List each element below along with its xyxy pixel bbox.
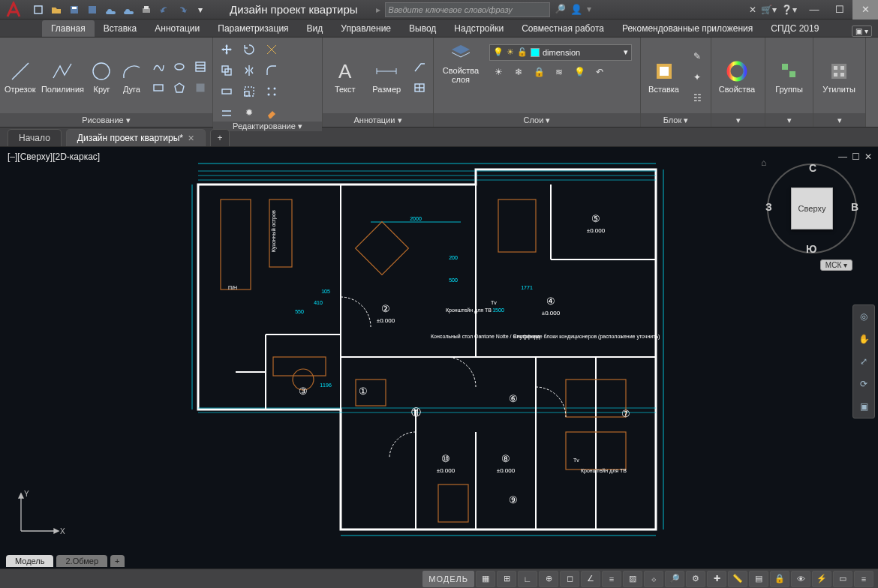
tool-groups[interactable]: Группы xyxy=(770,59,808,94)
isolate-icon[interactable]: 👁 xyxy=(791,571,810,587)
tool-circle[interactable]: Круг xyxy=(89,59,113,94)
tool-insert-block[interactable]: Вставка xyxy=(645,59,682,94)
panel-annot-title[interactable]: Аннотации ▾ xyxy=(323,113,433,127)
otrack-icon[interactable]: ∠ xyxy=(581,571,600,587)
lineweight-icon[interactable]: ≡ xyxy=(602,571,621,587)
layer-iso-icon[interactable]: ☀ xyxy=(489,63,507,81)
tool-explode-icon[interactable]: ✹ xyxy=(240,104,258,122)
tab-output[interactable]: Вывод xyxy=(400,20,445,37)
tool-utils[interactable]: Утилиты xyxy=(818,59,860,94)
block-edit-icon[interactable]: ✦ xyxy=(688,68,706,86)
viewcube[interactable]: ⌂ Сверху С Ю З В xyxy=(767,164,857,254)
tool-text[interactable]: АТекст xyxy=(327,59,363,94)
workspace-icon[interactable]: ⚙ xyxy=(686,571,705,587)
signin-icon[interactable]: 👤 xyxy=(570,4,582,15)
tool-dimension[interactable]: Размер xyxy=(369,59,405,94)
layer-freeze-icon[interactable]: ❄ xyxy=(510,63,528,81)
polar-icon[interactable]: ⊕ xyxy=(539,571,558,587)
maximize-button[interactable]: ☐ xyxy=(827,0,852,20)
minimize-button[interactable]: — xyxy=(801,0,827,20)
tool-erase-icon[interactable] xyxy=(263,104,281,122)
tab-collab[interactable]: Совместная работа xyxy=(513,20,613,37)
units-icon[interactable]: 📏 xyxy=(728,571,747,587)
ucs-icon[interactable]: YX xyxy=(14,486,66,538)
layer-match-icon[interactable]: ≋ xyxy=(550,63,568,81)
tool-properties[interactable]: Свойства xyxy=(716,59,758,94)
tool-trim-icon[interactable] xyxy=(263,40,281,58)
new-tab-button[interactable]: + xyxy=(210,129,230,146)
vp-close-icon[interactable]: ✕ xyxy=(864,152,872,162)
block-attr-icon[interactable]: ☷ xyxy=(688,89,706,107)
search-icon[interactable]: 🔎 xyxy=(555,4,566,15)
tool-array-icon[interactable] xyxy=(263,82,281,100)
tab-insert[interactable]: Вставка xyxy=(95,20,146,37)
pan-icon[interactable]: ✋ xyxy=(855,331,872,347)
tool-rect-icon[interactable] xyxy=(149,79,167,97)
tool-leader-icon[interactable] xyxy=(410,58,428,76)
tool-polyline[interactable]: Полилиния xyxy=(41,59,83,94)
layout-tab-sheet[interactable]: 2.Обмер xyxy=(56,555,107,567)
panel-block-title[interactable]: Блок ▾ xyxy=(641,113,711,127)
tool-fillet-icon[interactable] xyxy=(263,62,281,80)
new-icon[interactable] xyxy=(30,2,47,18)
tool-stretch-icon[interactable] xyxy=(218,82,236,100)
tool-line[interactable]: Отрезок xyxy=(5,59,35,94)
showmotion-icon[interactable]: ▣ xyxy=(855,398,872,415)
help-icon[interactable]: ❔▾ xyxy=(781,4,797,15)
undo-icon[interactable] xyxy=(156,2,173,18)
quickprops-icon[interactable]: ▤ xyxy=(749,571,768,587)
tool-table-icon[interactable] xyxy=(410,79,428,97)
redo-icon[interactable] xyxy=(174,2,191,18)
tool-mirror-icon[interactable] xyxy=(240,62,258,80)
file-tab-start[interactable]: Начало xyxy=(8,129,62,146)
layer-prev-icon[interactable]: ↶ xyxy=(591,63,609,81)
open-icon[interactable] xyxy=(48,2,65,18)
tool-layer-props[interactable]: Свойства слоя xyxy=(438,40,483,84)
ortho-icon[interactable]: ∟ xyxy=(518,571,537,587)
tab-manage[interactable]: Управление xyxy=(332,20,400,37)
layer-off-icon[interactable]: 💡 xyxy=(570,63,588,81)
osnap-icon[interactable]: ◻ xyxy=(560,571,579,587)
cart-icon[interactable]: 🛒▾ xyxy=(761,4,777,15)
snap-icon[interactable]: ⊞ xyxy=(497,571,516,587)
file-tab-drawing[interactable]: Дизайн проект квартиры*✕ xyxy=(66,129,206,146)
customize-icon[interactable]: ≡ xyxy=(854,571,873,587)
vp-minimize-icon[interactable]: — xyxy=(838,152,847,162)
close-button[interactable]: ✕ xyxy=(852,0,878,20)
tool-arc[interactable]: Дуга xyxy=(119,59,143,94)
tool-rotate-icon[interactable] xyxy=(240,40,258,58)
search-input[interactable]: Введите ключевое слово/фразу xyxy=(385,2,550,17)
panel-props-title[interactable]: ▾ xyxy=(711,113,765,127)
status-model-button[interactable]: МОДЕЛЬ xyxy=(422,571,474,587)
orbit-icon[interactable]: ⟳ xyxy=(855,376,872,392)
vp-maximize-icon[interactable]: ☐ xyxy=(852,152,860,162)
view-label[interactable]: [–][Сверху][2D-каркас] xyxy=(8,152,100,162)
tool-move-icon[interactable] xyxy=(218,40,236,58)
transparency-icon[interactable]: ▨ xyxy=(623,571,642,587)
annomon-icon[interactable]: ✚ xyxy=(707,571,726,587)
tool-region-icon[interactable] xyxy=(191,79,209,97)
drawing-viewport[interactable]: [–][Сверху][2D-каркас] — ☐ ✕ xyxy=(0,147,878,568)
tool-offset-icon[interactable] xyxy=(218,104,236,122)
tool-spline-icon[interactable] xyxy=(149,58,167,76)
cloud-save-icon[interactable] xyxy=(120,2,137,18)
tab-view[interactable]: Вид xyxy=(298,20,332,37)
layout-tab-add[interactable]: + xyxy=(110,555,124,567)
plot-icon[interactable] xyxy=(138,2,155,18)
zoom-extents-icon[interactable]: ⤢ xyxy=(855,353,872,370)
cleanscreen-icon[interactable]: ▭ xyxy=(833,571,852,587)
tool-hatch-icon[interactable] xyxy=(191,58,209,76)
tool-ellipse-icon[interactable] xyxy=(170,58,188,76)
panel-draw-title[interactable]: Рисование ▾ xyxy=(0,113,212,127)
save-icon[interactable] xyxy=(66,2,83,18)
close-tab-icon[interactable]: ✕ xyxy=(188,134,194,143)
saveas-icon[interactable] xyxy=(84,2,101,18)
tab-addins[interactable]: Надстройки xyxy=(445,20,513,37)
app-logo[interactable] xyxy=(0,0,27,20)
tab-spds[interactable]: СПДС 2019 xyxy=(762,20,828,37)
steering-wheel-icon[interactable]: ◎ xyxy=(855,308,872,325)
tool-copy-icon[interactable] xyxy=(218,62,236,80)
wcs-badge[interactable]: МСК ▾ xyxy=(820,260,852,271)
tab-parametric[interactable]: Параметризация xyxy=(209,20,297,37)
layer-selector[interactable]: 💡 ☀ 🔓 dimension ▾ xyxy=(489,44,632,61)
